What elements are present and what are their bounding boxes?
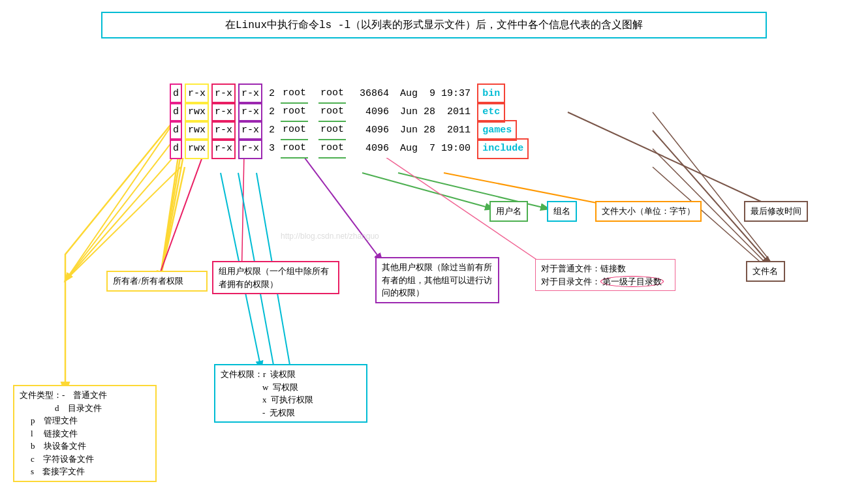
svg-line-2 — [65, 149, 181, 281]
date-4: Aug 7 19:00 — [392, 140, 473, 158]
filename-annotation: 文件名 — [746, 261, 785, 282]
svg-line-21 — [653, 112, 770, 261]
ft-dash: 文件类型：- 普通文件 — [20, 389, 150, 402]
lastmod-label: 最后修改时间 — [744, 201, 808, 222]
ft-p: p 管理文件 — [20, 414, 150, 427]
file-row-1: d r-x r-x r-x 2 root root 36864 Aug 9 19… — [170, 85, 529, 103]
date-3: Jun 28 2011 — [392, 121, 473, 140]
group-3: root — [318, 121, 346, 140]
links-4: 3 — [265, 140, 278, 158]
perm-dash: - 无权限 — [221, 406, 361, 419]
perm-w: w 写权限 — [221, 381, 361, 394]
file-row-4: d rwx r-x r-x 3 root root 4096 Aug 7 19:… — [170, 140, 529, 158]
svg-line-3 — [65, 167, 181, 281]
other-annotation: 其他用户权限（除过当前有所有者的组，其他组可以进行访问的权限） — [375, 257, 499, 303]
file-row-2: d rwx r-x r-x 2 root root 4096 Jun 28 20… — [170, 103, 529, 121]
date-2: Jun 28 2011 — [392, 103, 473, 121]
owner-annotation: 所有者/所有者权限 — [106, 271, 208, 292]
size-1: 36864 — [356, 85, 389, 103]
page-title: 在Linux中执行命令ls -l（以列表的形式显示文件）后，文件中各个信息代表的… — [101, 12, 767, 38]
filesize-label: 文件大小（单位：字节） — [595, 201, 702, 222]
filetype-annotation: 文件类型：- 普通文件 d 目录文件 p 管理文件 l 链接文件 b 块设备文件… — [13, 385, 157, 482]
user-1: root — [281, 84, 308, 104]
ft-s: s 套接字文件 — [20, 465, 150, 478]
user-2: root — [281, 102, 308, 122]
file-type-col-4: d — [170, 138, 182, 159]
svg-line-6 — [160, 149, 185, 281]
username-label: 用户名 — [489, 201, 528, 222]
svg-line-17 — [568, 112, 777, 209]
group-perm-4: r-x — [211, 138, 236, 159]
ft-b: b 块设备文件 — [20, 440, 150, 453]
watermark: http://blog.csdn.net/zhanguo — [281, 232, 379, 241]
links-1: 2 — [265, 85, 278, 103]
links-label-2: 对于目录文件：第一级子目录数 — [541, 275, 670, 288]
groupname-label: 组名 — [547, 201, 577, 222]
group-4: root — [318, 139, 346, 159]
svg-line-19 — [653, 130, 770, 264]
user-3: root — [281, 121, 308, 140]
group-annotation: 组用户权限（一个组中除所有者拥有的权限） — [212, 261, 339, 294]
perm-x: x 可执行权限 — [221, 393, 361, 406]
ft-l: l 链接文件 — [20, 427, 150, 440]
filename-4: include — [477, 138, 529, 159]
group-1: root — [318, 84, 346, 104]
svg-line-14 — [362, 173, 493, 209]
user-4: root — [281, 139, 308, 159]
group-2: root — [318, 102, 346, 122]
size-4: 4096 — [356, 140, 389, 158]
perm-r: 文件权限：r 读权限 — [221, 368, 361, 381]
links-annotation: 对于普通文件：链接数 对于目录文件：第一级子目录数 — [535, 259, 675, 291]
file-row-3: d rwx r-x r-x 2 root root 4096 Jun 28 20… — [170, 121, 529, 140]
permission-annotation: 文件权限：r 读权限 w 写权限 x 可执行权限 - 无权限 — [214, 364, 367, 423]
links-3: 2 — [265, 121, 278, 140]
svg-line-1 — [65, 112, 181, 281]
size-3: 4096 — [356, 121, 389, 140]
ft-d: d 目录文件 — [20, 402, 150, 415]
size-2: 4096 — [356, 103, 389, 121]
other-perm-4: r-x — [238, 138, 262, 159]
svg-line-0 — [65, 130, 181, 281]
links-label-1: 对于普通文件：链接数 — [541, 262, 670, 275]
date-1: Aug 9 19:37 — [392, 85, 473, 103]
ft-c: c 字符设备文件 — [20, 453, 150, 466]
owner-perm-4: rwx — [185, 138, 209, 159]
file-listing: d r-x r-x r-x 2 root root 36864 Aug 9 19… — [170, 85, 529, 158]
svg-line-7 — [160, 167, 185, 281]
links-2: 2 — [265, 103, 278, 121]
